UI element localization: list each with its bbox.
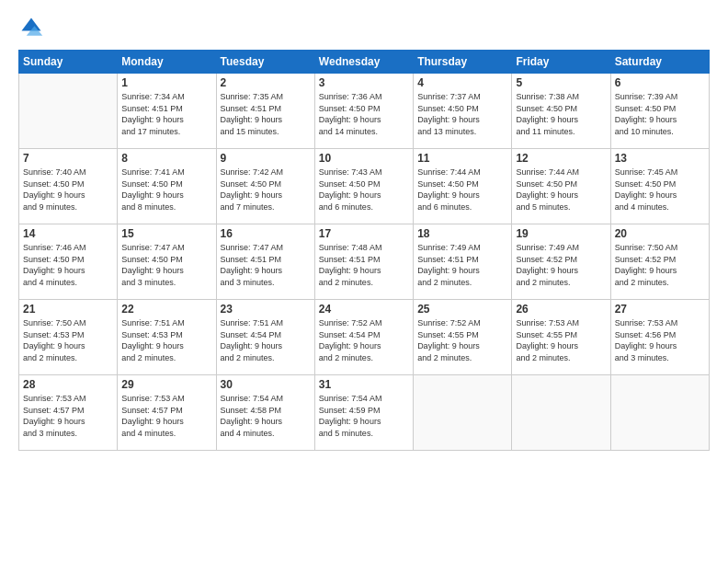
day-number: 2: [221, 76, 311, 89]
day-info: Sunrise: 7:52 AMSunset: 4:54 PMDaylight:…: [319, 317, 409, 363]
day-info: Sunrise: 7:53 AMSunset: 4:57 PMDaylight:…: [121, 393, 211, 439]
day-number: 20: [615, 227, 705, 240]
day-number: 4: [417, 76, 507, 89]
calendar-cell: 6Sunrise: 7:39 AMSunset: 4:50 PMDaylight…: [610, 74, 709, 149]
calendar-cell: [19, 74, 118, 149]
calendar-cell: 11Sunrise: 7:44 AMSunset: 4:50 PMDayligh…: [414, 149, 512, 224]
day-number: 27: [615, 303, 705, 316]
calendar-cell: 31Sunrise: 7:54 AMSunset: 4:59 PMDayligh…: [314, 375, 413, 451]
calendar-cell: 8Sunrise: 7:41 AMSunset: 4:50 PMDaylight…: [118, 149, 216, 224]
day-number: 22: [121, 303, 211, 316]
day-number: 1: [121, 76, 211, 89]
weekday-header-tuesday: Tuesday: [216, 51, 314, 74]
day-info: Sunrise: 7:44 AMSunset: 4:50 PMDaylight:…: [417, 167, 507, 213]
day-info: Sunrise: 7:50 AMSunset: 4:52 PMDaylight:…: [615, 242, 705, 288]
calendar-cell: 19Sunrise: 7:49 AMSunset: 4:52 PMDayligh…: [512, 224, 610, 300]
day-number: 21: [23, 303, 113, 316]
calendar-cell: 26Sunrise: 7:53 AMSunset: 4:55 PMDayligh…: [512, 300, 610, 375]
calendar-cell: 3Sunrise: 7:36 AMSunset: 4:50 PMDaylight…: [314, 74, 413, 149]
day-info: Sunrise: 7:49 AMSunset: 4:52 PMDaylight:…: [516, 242, 606, 288]
day-number: 6: [615, 76, 705, 89]
calendar-cell: 1Sunrise: 7:34 AMSunset: 4:51 PMDaylight…: [118, 74, 216, 149]
day-info: Sunrise: 7:50 AMSunset: 4:53 PMDaylight:…: [23, 317, 113, 363]
day-info: Sunrise: 7:40 AMSunset: 4:50 PMDaylight:…: [23, 167, 113, 213]
day-info: Sunrise: 7:34 AMSunset: 4:51 PMDaylight:…: [121, 91, 211, 137]
day-number: 24: [319, 303, 409, 316]
calendar-cell: 30Sunrise: 7:54 AMSunset: 4:58 PMDayligh…: [216, 375, 314, 451]
calendar-cell: 27Sunrise: 7:53 AMSunset: 4:56 PMDayligh…: [610, 300, 709, 375]
calendar-cell: 20Sunrise: 7:50 AMSunset: 4:52 PMDayligh…: [610, 224, 709, 300]
weekday-header-row: SundayMondayTuesdayWednesdayThursdayFrid…: [19, 51, 710, 74]
calendar-cell: [512, 375, 610, 451]
day-info: Sunrise: 7:44 AMSunset: 4:50 PMDaylight:…: [516, 167, 606, 213]
day-info: Sunrise: 7:41 AMSunset: 4:50 PMDaylight:…: [121, 167, 211, 213]
weekday-header-saturday: Saturday: [610, 51, 709, 74]
calendar-cell: 9Sunrise: 7:42 AMSunset: 4:50 PMDaylight…: [216, 149, 314, 224]
calendar-cell: 10Sunrise: 7:43 AMSunset: 4:50 PMDayligh…: [314, 149, 413, 224]
calendar-cell: [610, 375, 709, 451]
day-info: Sunrise: 7:46 AMSunset: 4:50 PMDaylight:…: [23, 242, 113, 288]
day-info: Sunrise: 7:51 AMSunset: 4:54 PMDaylight:…: [221, 317, 311, 363]
week-row-1: 7Sunrise: 7:40 AMSunset: 4:50 PMDaylight…: [19, 149, 710, 224]
week-row-2: 14Sunrise: 7:46 AMSunset: 4:50 PMDayligh…: [19, 224, 710, 300]
day-info: Sunrise: 7:52 AMSunset: 4:55 PMDaylight:…: [417, 317, 507, 363]
day-number: 14: [23, 227, 113, 240]
day-number: 25: [417, 303, 507, 316]
day-number: 13: [615, 152, 705, 165]
week-row-4: 28Sunrise: 7:53 AMSunset: 4:57 PMDayligh…: [19, 375, 710, 451]
calendar-cell: 2Sunrise: 7:35 AMSunset: 4:51 PMDaylight…: [216, 74, 314, 149]
day-info: Sunrise: 7:45 AMSunset: 4:50 PMDaylight:…: [615, 167, 705, 213]
calendar-cell: 14Sunrise: 7:46 AMSunset: 4:50 PMDayligh…: [19, 224, 118, 300]
calendar-table: SundayMondayTuesdayWednesdayThursdayFrid…: [18, 50, 710, 451]
calendar-cell: 16Sunrise: 7:47 AMSunset: 4:51 PMDayligh…: [216, 224, 314, 300]
day-number: 28: [23, 378, 113, 391]
calendar-cell: 23Sunrise: 7:51 AMSunset: 4:54 PMDayligh…: [216, 300, 314, 375]
day-info: Sunrise: 7:54 AMSunset: 4:59 PMDaylight:…: [319, 393, 409, 439]
day-number: 11: [417, 152, 507, 165]
calendar-cell: 12Sunrise: 7:44 AMSunset: 4:50 PMDayligh…: [512, 149, 610, 224]
logo-icon: [18, 15, 44, 40]
day-number: 19: [516, 227, 606, 240]
day-number: 12: [516, 152, 606, 165]
day-info: Sunrise: 7:54 AMSunset: 4:58 PMDaylight:…: [221, 393, 311, 439]
week-row-3: 21Sunrise: 7:50 AMSunset: 4:53 PMDayligh…: [19, 300, 710, 375]
day-number: 9: [221, 152, 311, 165]
day-number: 17: [319, 227, 409, 240]
calendar-cell: [414, 375, 512, 451]
day-number: 16: [221, 227, 311, 240]
day-info: Sunrise: 7:36 AMSunset: 4:50 PMDaylight:…: [319, 91, 409, 137]
calendar-cell: 15Sunrise: 7:47 AMSunset: 4:50 PMDayligh…: [118, 224, 216, 300]
calendar-cell: 17Sunrise: 7:48 AMSunset: 4:51 PMDayligh…: [314, 224, 413, 300]
day-info: Sunrise: 7:53 AMSunset: 4:56 PMDaylight:…: [615, 317, 705, 363]
page: SundayMondayTuesdayWednesdayThursdayFrid…: [0, 0, 728, 563]
calendar-cell: 5Sunrise: 7:38 AMSunset: 4:50 PMDaylight…: [512, 74, 610, 149]
calendar-cell: 28Sunrise: 7:53 AMSunset: 4:57 PMDayligh…: [19, 375, 118, 451]
day-info: Sunrise: 7:48 AMSunset: 4:51 PMDaylight:…: [319, 242, 409, 288]
calendar-cell: 18Sunrise: 7:49 AMSunset: 4:51 PMDayligh…: [414, 224, 512, 300]
day-info: Sunrise: 7:51 AMSunset: 4:53 PMDaylight:…: [121, 317, 211, 363]
weekday-header-thursday: Thursday: [414, 51, 512, 74]
weekday-header-wednesday: Wednesday: [314, 51, 413, 74]
day-info: Sunrise: 7:47 AMSunset: 4:50 PMDaylight:…: [121, 242, 211, 288]
day-number: 23: [221, 303, 311, 316]
day-info: Sunrise: 7:49 AMSunset: 4:51 PMDaylight:…: [417, 242, 507, 288]
day-number: 8: [121, 152, 211, 165]
calendar-cell: 24Sunrise: 7:52 AMSunset: 4:54 PMDayligh…: [314, 300, 413, 375]
day-number: 29: [121, 378, 211, 391]
day-info: Sunrise: 7:42 AMSunset: 4:50 PMDaylight:…: [221, 167, 311, 213]
day-number: 7: [23, 152, 113, 165]
day-info: Sunrise: 7:37 AMSunset: 4:50 PMDaylight:…: [417, 91, 507, 137]
calendar-cell: 25Sunrise: 7:52 AMSunset: 4:55 PMDayligh…: [414, 300, 512, 375]
header: [18, 15, 710, 40]
day-number: 5: [516, 76, 606, 89]
day-number: 10: [319, 152, 409, 165]
calendar-cell: 22Sunrise: 7:51 AMSunset: 4:53 PMDayligh…: [118, 300, 216, 375]
day-number: 30: [221, 378, 311, 391]
calendar-cell: 13Sunrise: 7:45 AMSunset: 4:50 PMDayligh…: [610, 149, 709, 224]
weekday-header-friday: Friday: [512, 51, 610, 74]
day-info: Sunrise: 7:47 AMSunset: 4:51 PMDaylight:…: [221, 242, 311, 288]
calendar-cell: 29Sunrise: 7:53 AMSunset: 4:57 PMDayligh…: [118, 375, 216, 451]
logo: [18, 15, 48, 40]
day-info: Sunrise: 7:43 AMSunset: 4:50 PMDaylight:…: [319, 167, 409, 213]
weekday-header-sunday: Sunday: [19, 51, 118, 74]
